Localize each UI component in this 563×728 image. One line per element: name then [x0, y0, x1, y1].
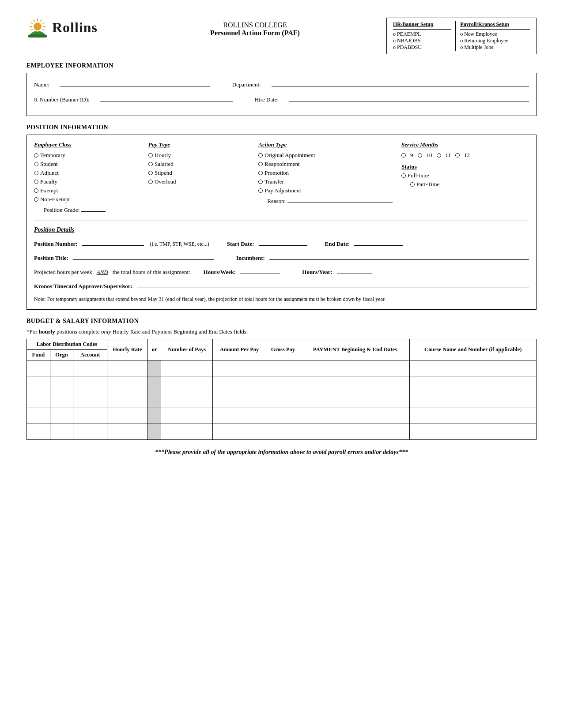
orgn-cell[interactable]: [50, 376, 73, 392]
orgn-cell[interactable]: [50, 424, 73, 440]
num-pays-cell[interactable]: [161, 424, 213, 440]
hourly-rate-cell[interactable]: [107, 408, 147, 424]
name-field[interactable]: [60, 79, 210, 86]
fund-cell[interactable]: [27, 392, 50, 408]
radio-stipend[interactable]: [148, 171, 153, 175]
radio-salaried[interactable]: [148, 162, 153, 166]
hourly-rate-cell[interactable]: [107, 360, 147, 376]
pay-type-col: Pay Type Hourly Salaried Stipend Overloa…: [144, 141, 254, 214]
radio-promotion[interactable]: [258, 171, 263, 175]
account-cell[interactable]: [73, 392, 107, 408]
amount-per-pay-cell[interactable]: [213, 408, 266, 424]
hours-year-field[interactable]: [337, 267, 372, 274]
radio-overload[interactable]: [148, 180, 153, 184]
amount-per-pay-cell[interactable]: [213, 424, 266, 440]
num-pays-cell[interactable]: [161, 376, 213, 392]
payment-cell[interactable]: [300, 392, 410, 408]
radio-faculty[interactable]: [34, 180, 38, 184]
position-title-field[interactable]: [73, 253, 214, 260]
fund-cell[interactable]: [27, 424, 50, 440]
radio-transfer[interactable]: [258, 180, 263, 184]
or-cell: [148, 360, 161, 376]
course-cell[interactable]: [410, 376, 537, 392]
start-date-field[interactable]: [259, 239, 307, 246]
course-cell[interactable]: [410, 424, 537, 440]
radio-temporary[interactable]: [34, 153, 38, 158]
account-cell[interactable]: [73, 408, 107, 424]
gross-pay-cell[interactable]: [266, 376, 300, 392]
radio-hourly[interactable]: [148, 153, 153, 158]
rnumber-field[interactable]: [100, 94, 233, 101]
incumbent-field[interactable]: [269, 253, 529, 260]
budget-note-italic: only: [101, 328, 111, 335]
svg-line-1: [41, 19, 42, 21]
payment-cell[interactable]: [300, 376, 410, 392]
college-name: ROLLINS COLLEGE: [124, 21, 386, 29]
fund-cell[interactable]: [27, 376, 50, 392]
position-title-label: Position Title:: [34, 255, 68, 262]
num-pays-cell[interactable]: [161, 408, 213, 424]
course-cell[interactable]: [410, 408, 537, 424]
radio-original-appointment[interactable]: [258, 153, 263, 158]
orgn-cell[interactable]: [50, 408, 73, 424]
orgn-cell[interactable]: [50, 360, 73, 376]
hourly-rate-cell[interactable]: [107, 424, 147, 440]
radio-exempt[interactable]: [34, 188, 38, 193]
account-cell[interactable]: [73, 376, 107, 392]
fund-cell[interactable]: [27, 408, 50, 424]
radio-fulltime[interactable]: [401, 173, 406, 178]
kronos-field[interactable]: [137, 281, 529, 288]
payroll-kronos-header: Payroll/Kronos Setup: [460, 21, 530, 30]
radio-11months[interactable]: [437, 153, 441, 158]
radio-reappointment[interactable]: [258, 162, 263, 166]
amount-per-pay-cell[interactable]: [213, 392, 266, 408]
payment-cell[interactable]: [300, 424, 410, 440]
gross-pay-cell[interactable]: [266, 424, 300, 440]
radio-12months[interactable]: [455, 153, 460, 158]
num-pays-cell[interactable]: [161, 360, 213, 376]
orgn-cell[interactable]: [50, 392, 73, 408]
radio-10months[interactable]: [418, 153, 422, 158]
gross-pay-cell[interactable]: [266, 408, 300, 424]
ec-adjunct: Adjunct: [34, 169, 140, 176]
hourly-rate-cell[interactable]: [107, 392, 147, 408]
amount-per-pay-cell[interactable]: [213, 360, 266, 376]
radio-adjunct[interactable]: [34, 171, 38, 175]
fund-cell[interactable]: [27, 360, 50, 376]
payment-cell[interactable]: [300, 408, 410, 424]
employee-class-col: Employee Class Temporary Student Adjunct…: [34, 141, 144, 214]
hours-and: AND: [97, 269, 108, 276]
pos-number-dates-row: Position Number: (i.e. TMP, STP, WSE, et…: [34, 239, 529, 248]
hiredate-field[interactable]: [289, 94, 529, 101]
position-number-field[interactable]: [82, 239, 144, 246]
pt-hourly: Hourly: [148, 152, 249, 159]
budget-note: *For hourly positions complete only Hour…: [26, 328, 537, 335]
reason-field[interactable]: [287, 196, 393, 203]
course-cell[interactable]: [410, 360, 537, 376]
radio-parttime[interactable]: [410, 182, 415, 187]
num-pays-cell[interactable]: [161, 392, 213, 408]
at-reappointment: Reappointment: [258, 161, 393, 168]
position-grade-line: Position Grade:: [44, 205, 140, 214]
hourly-rate-cell[interactable]: [107, 376, 147, 392]
course-cell[interactable]: [410, 392, 537, 408]
setup-box: HR/Banner Setup o PEAEMPL o NBAJOBS o PD…: [386, 18, 537, 54]
department-field[interactable]: [272, 79, 529, 86]
svg-point-9: [34, 23, 42, 30]
end-date-field[interactable]: [354, 239, 403, 246]
radio-student[interactable]: [34, 162, 38, 166]
payment-cell[interactable]: [300, 360, 410, 376]
account-cell[interactable]: [73, 424, 107, 440]
account-cell[interactable]: [73, 360, 107, 376]
radio-nonexempt[interactable]: [34, 197, 38, 202]
radio-pay-adjustment[interactable]: [258, 188, 263, 193]
amount-per-pay-cell[interactable]: [213, 376, 266, 392]
hours-week-field[interactable]: [240, 267, 280, 274]
payroll-item-3: o Multiple Jobs: [460, 44, 530, 51]
or-cell: [148, 376, 161, 392]
payroll-item-2: o Returning Employee: [460, 38, 530, 44]
gross-pay-cell[interactable]: [266, 360, 300, 376]
gross-pay-cell[interactable]: [266, 392, 300, 408]
position-grade-field[interactable]: [81, 205, 106, 212]
radio-9months[interactable]: [401, 153, 406, 158]
